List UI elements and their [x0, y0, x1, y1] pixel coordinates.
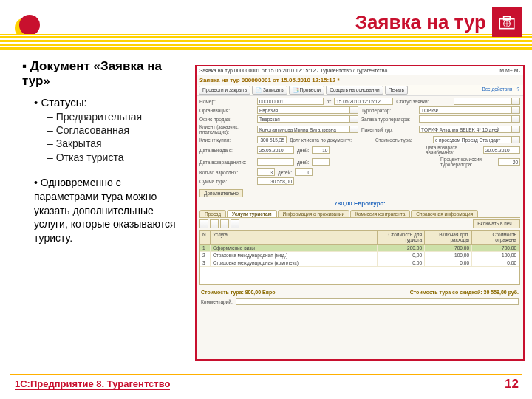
up-icon[interactable] — [220, 219, 229, 228]
create-based-button[interactable]: Создать на основании — [326, 86, 383, 95]
label-comeback: Дата возвращения с: — [200, 160, 254, 165]
footer-costs: Стоимость тура: 800,00 Евро Стоимость ту… — [197, 287, 523, 298]
down-icon[interactable] — [231, 219, 239, 228]
tab-services[interactable]: Услуги туристам — [227, 210, 276, 217]
svg-rect-5 — [504, 16, 511, 19]
tab-travel[interactable]: Проезд — [200, 210, 226, 217]
ret-field[interactable]: 20.05.2010 — [483, 146, 520, 154]
post-button[interactable]: 📑 Провести — [289, 86, 325, 95]
org-field[interactable]: Евразия — [257, 106, 358, 114]
comeback-field[interactable] — [257, 158, 294, 166]
kids-field[interactable]: 0 — [295, 168, 313, 176]
doc-heading: ▪ Документ «Заявка на тур» — [22, 59, 185, 89]
col-b: Включая доп. расходы — [425, 231, 472, 244]
tab-accommodation[interactable]: Информация о проживании — [278, 210, 350, 217]
sumtot-field[interactable]: 30 558,00 — [257, 177, 294, 185]
toolbar: Провести и закрыть 📄 Записать 📑 Провести… — [197, 85, 523, 96]
additional-button[interactable]: Дополнительно — [200, 189, 243, 197]
label-from: Дата выезда с: — [200, 148, 254, 153]
status-field[interactable] — [454, 98, 520, 105]
label-sumtot: Сумма тура: — [200, 179, 254, 184]
include-print-button[interactable]: Включать в печ... — [473, 219, 520, 228]
table-row[interactable]: 1 Оформление визы 200,00 700,00 700,00 — [200, 245, 519, 252]
label-package: Пакетный тур: — [361, 127, 416, 132]
sold-field[interactable]: 300 515,35 — [257, 136, 287, 143]
date-field[interactable]: 15.05.2010 12:15:12 — [334, 98, 393, 105]
tour-cost-discount: Стоимость тура со скидкой: 30 558,00 руб… — [410, 290, 519, 295]
label-days2: дней: — [297, 160, 309, 165]
slide-title: Заявка на тур — [355, 11, 486, 34]
application-field[interactable] — [419, 115, 520, 123]
app-window: Заявка на тур 000000001 от 15.05.2010 12… — [195, 65, 525, 361]
add-row-icon[interactable] — [200, 219, 208, 228]
col-c: Стоимость отражена — [472, 231, 519, 244]
label-adult: Кол-во взрослых: — [200, 170, 254, 175]
suitcase-icon — [492, 7, 522, 37]
package-field[interactable]: TОРИФ Анталия BELEK 4* 10 дней — [419, 126, 520, 133]
grid-toolbar: Включать в печ... — [200, 219, 520, 228]
footer-text: 1С:Предприятие 8. Турагентство — [15, 378, 170, 390]
label-application: Заявка туроператора: — [361, 117, 416, 122]
col-name: Услуга — [211, 231, 378, 244]
label-pct: Процент комиссии туроператора: — [440, 157, 495, 167]
window-titlebar: Заявка на тур 000000001 от 15.05.2010 12… — [197, 66, 523, 75]
footer-divider — [10, 374, 522, 375]
label-ret: Дата возврата аваибукинга: — [426, 145, 480, 155]
page-number: 12 — [505, 377, 519, 392]
total-line: 780,00 Евро/курс: — [197, 199, 523, 208]
comment-field[interactable] — [236, 298, 519, 305]
col-a: Стоимость для туриста — [378, 231, 425, 244]
svg-text:®: ® — [34, 17, 38, 24]
status-heading: • Статусы: — [34, 96, 185, 109]
status-item: – Отказ туриста — [47, 151, 185, 164]
all-actions-link[interactable]: Все действия — [480, 86, 514, 95]
label-operator: Туроператор: — [361, 108, 416, 113]
comment-label: Комментарий: — [201, 299, 233, 304]
status-item: – Согласованная — [47, 123, 185, 137]
label-days: дней: — [297, 148, 309, 153]
save-close-button[interactable]: Провести и закрыть — [199, 86, 250, 95]
days2-field[interactable] — [312, 158, 330, 166]
office-field[interactable]: Тверская — [257, 115, 358, 123]
label-client: Клиент (заказчик, плательщик): — [200, 124, 254, 134]
help-icon[interactable]: ? — [515, 86, 521, 95]
label-status: Статус заявки: — [396, 99, 451, 104]
modality-field[interactable]: с проездом Проезд Стандарт — [433, 136, 520, 143]
from-field[interactable]: 25.05.2010 — [257, 146, 294, 154]
write-button[interactable]: 📄 Записать — [252, 86, 287, 95]
label-modality: Стоимость тура: — [375, 137, 430, 143]
status-item: – Предварительная — [47, 110, 185, 123]
tab-commission[interactable]: Комиссия контрагента — [350, 210, 410, 217]
form-area: Номер: 000000001 от 15.05.2010 12:15:12 … — [197, 96, 523, 188]
days-field[interactable]: 10 — [312, 146, 330, 154]
print-button[interactable]: Печать — [385, 86, 408, 95]
tour-cost: Стоимость тура: 800,00 Евро — [201, 290, 276, 295]
tabs: Проезд Услуги туристам Информация о прож… — [200, 210, 520, 218]
del-row-icon[interactable] — [210, 219, 219, 228]
col-n: N — [200, 231, 211, 244]
adult-field[interactable]: 3 — [257, 168, 275, 176]
table-row[interactable]: 3 Страховка международная (комплекс) 0,0… — [200, 259, 519, 267]
number-field[interactable]: 000000001 — [257, 98, 324, 105]
description-paragraph: • Одновременно с параметрами тура можно … — [34, 176, 185, 245]
pct-field[interactable]: 20 — [498, 158, 520, 166]
label-debt: Долг клиента по документу: — [290, 137, 372, 143]
label-sold: Клиент купил: — [200, 137, 254, 143]
label-date-from: от — [327, 99, 331, 104]
table-row[interactable]: 2 Страховка международная (мед.) 0,00 10… — [200, 252, 519, 259]
client-field[interactable]: Константинова Ирина Витальевна — [257, 126, 358, 133]
label-org: Организация: — [200, 108, 254, 113]
operator-field[interactable]: TОРИФ — [419, 106, 520, 114]
services-grid[interactable]: N Услуга Стоимость для туриста Включая д… — [200, 230, 520, 285]
label-office: Офис продаж: — [200, 117, 254, 122]
tab-reference[interactable]: Справочная информация — [411, 210, 478, 217]
label-number: Номер: — [200, 99, 254, 104]
status-item: – Закрытая — [47, 137, 185, 150]
document-title: Заявка на тур 000000001 от 15.05.2010 12… — [197, 75, 523, 85]
label-kids: детей: — [278, 170, 292, 175]
